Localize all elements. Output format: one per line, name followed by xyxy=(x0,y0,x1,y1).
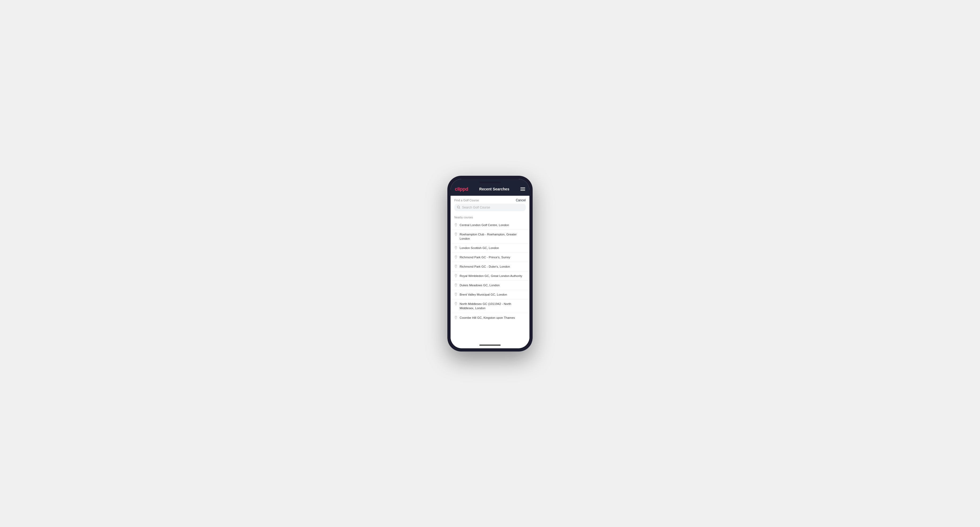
phone-screen: clippd Recent Searches Find a Golf Cours… xyxy=(450,179,530,348)
location-pin-icon xyxy=(454,256,458,259)
course-name: Richmond Park GC - Duke's, London xyxy=(460,264,510,269)
search-input-placeholder: Search Golf Course xyxy=(462,206,490,209)
svg-point-3 xyxy=(456,233,457,234)
svg-point-9 xyxy=(456,294,457,294)
search-input-wrapper: Search Golf Course xyxy=(450,204,530,214)
location-pin-icon xyxy=(454,274,458,278)
course-list-item[interactable]: London Scottish GC, London xyxy=(450,243,530,253)
location-pin-icon xyxy=(454,232,458,236)
location-pin-icon xyxy=(454,283,458,287)
home-bar xyxy=(479,344,501,346)
svg-point-0 xyxy=(457,206,459,208)
course-name: London Scottish GC, London xyxy=(460,246,499,250)
course-list: Central London Golf Centre, LondonRoeham… xyxy=(450,221,530,322)
page-title: Recent Searches xyxy=(479,187,509,191)
course-list-item[interactable]: Royal Wimbledon GC, Great London Authori… xyxy=(450,271,530,281)
course-list-item[interactable]: Coombe Hill GC, Kingston upon Thames xyxy=(450,313,530,322)
phone-notch xyxy=(479,182,501,183)
find-label: Find a Golf Course xyxy=(454,198,479,202)
course-name: North Middlesex GC (1011942 - North Midd… xyxy=(460,302,526,310)
course-name: Brent Valley Municipal GC, London xyxy=(460,292,507,297)
course-list-item[interactable]: Roehampton Club - Roehampton, Greater Lo… xyxy=(450,230,530,243)
location-pin-icon xyxy=(454,223,458,227)
course-name: Dukes Meadows GC, London xyxy=(460,283,500,287)
svg-point-2 xyxy=(456,224,457,225)
phone-frame: clippd Recent Searches Find a Golf Cours… xyxy=(447,176,533,351)
search-icon xyxy=(457,206,460,209)
app-logo: clippd xyxy=(455,186,468,192)
search-box[interactable]: Search Golf Course xyxy=(454,204,526,211)
svg-point-4 xyxy=(456,247,457,248)
hamburger-line-2 xyxy=(520,189,525,189)
location-pin-icon xyxy=(454,265,458,268)
course-list-item[interactable]: Richmond Park GC - Prince's, Surrey xyxy=(450,253,530,262)
course-name: Central London Golf Centre, London xyxy=(460,223,509,227)
course-list-item[interactable]: Richmond Park GC - Duke's, London xyxy=(450,262,530,271)
course-name: Coombe Hill GC, Kingston upon Thames xyxy=(460,316,515,320)
course-list-item[interactable]: Dukes Meadows GC, London xyxy=(450,281,530,290)
hamburger-line-3 xyxy=(520,190,525,190)
course-list-item[interactable]: Central London Golf Centre, London xyxy=(450,221,530,230)
svg-point-8 xyxy=(456,284,457,285)
course-list-item[interactable]: North Middlesex GC (1011942 - North Midd… xyxy=(450,299,530,313)
status-bar xyxy=(450,179,530,182)
course-name: Royal Wimbledon GC, Great London Authori… xyxy=(460,274,522,278)
svg-point-7 xyxy=(456,275,457,276)
location-pin-icon xyxy=(454,246,458,250)
cancel-button[interactable]: Cancel xyxy=(516,198,526,202)
menu-button[interactable] xyxy=(520,187,525,190)
location-pin-icon xyxy=(454,316,458,319)
svg-point-5 xyxy=(456,256,457,257)
nearby-courses-section: Nearby courses Central London Golf Centr… xyxy=(450,214,530,343)
course-list-item[interactable]: Brent Valley Municipal GC, London xyxy=(450,290,530,299)
top-navigation-bar: clippd Recent Searches xyxy=(450,182,530,196)
svg-line-1 xyxy=(459,208,460,209)
svg-point-11 xyxy=(456,317,457,317)
home-indicator xyxy=(450,343,530,348)
hamburger-line-1 xyxy=(520,187,525,188)
svg-point-10 xyxy=(456,303,457,303)
search-header: Find a Golf Course Cancel xyxy=(450,196,530,204)
course-name: Richmond Park GC - Prince's, Surrey xyxy=(460,255,510,259)
nearby-section-label: Nearby courses xyxy=(450,214,530,221)
location-pin-icon xyxy=(454,302,458,306)
svg-point-6 xyxy=(456,265,457,266)
location-pin-icon xyxy=(454,293,458,296)
course-name: Roehampton Club - Roehampton, Greater Lo… xyxy=(460,232,526,241)
